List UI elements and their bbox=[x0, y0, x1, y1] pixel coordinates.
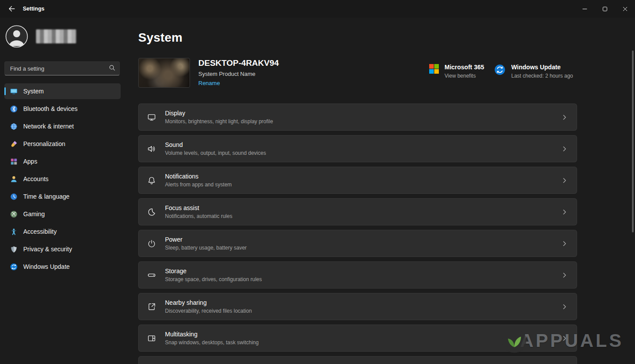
storage-icon bbox=[147, 271, 156, 280]
sidebar-item-label: Personalization bbox=[23, 140, 65, 147]
chevron-right-icon bbox=[561, 272, 568, 278]
card-title: Sound bbox=[165, 141, 266, 148]
user-name-redacted bbox=[36, 29, 76, 43]
bluetooth-icon bbox=[10, 105, 18, 113]
card-storage[interactable]: Storage Storage space, drives, configura… bbox=[138, 261, 577, 289]
back-button[interactable] bbox=[3, 1, 20, 16]
sidebar-item-label: Windows Update bbox=[23, 263, 70, 270]
close-button[interactable] bbox=[615, 0, 635, 18]
card-subtitle: Sleep, battery usage, battery saver bbox=[165, 245, 247, 251]
nearby-sharing-icon bbox=[147, 302, 156, 311]
window-title: Settings bbox=[23, 6, 44, 12]
card-subtitle: Volume levels, output, input, sound devi… bbox=[165, 150, 266, 156]
card-subtitle: Monitors, brightness, night light, displ… bbox=[165, 118, 273, 125]
search-icon bbox=[109, 64, 115, 71]
personalization-icon bbox=[10, 140, 18, 148]
main-content: System DESKTOP-4RAKV94 System Product Na… bbox=[124, 18, 635, 364]
card-notifications[interactable]: Notifications Alerts from apps and syste… bbox=[138, 167, 577, 194]
device-name: DESKTOP-4RAKV94 bbox=[198, 58, 279, 68]
sidebar-item-gaming[interactable]: Gaming bbox=[4, 206, 121, 222]
sidebar-item-label: Privacy & security bbox=[23, 246, 72, 253]
card-subtitle: Notifications, automatic rules bbox=[165, 213, 232, 219]
card-focus-assist[interactable]: Focus assist Notifications, automatic ru… bbox=[138, 198, 577, 225]
window-controls bbox=[574, 0, 635, 18]
gaming-icon bbox=[10, 210, 18, 218]
card-subtitle: Snap windows, desktops, task switching bbox=[165, 339, 258, 346]
windows-update-panel[interactable]: Windows Update Last checked: 2 hours ago bbox=[494, 64, 573, 79]
chevron-right-icon bbox=[561, 240, 568, 247]
card-title: Focus assist bbox=[165, 204, 232, 211]
search-input[interactable] bbox=[4, 61, 120, 75]
device-thumbnail bbox=[138, 58, 190, 88]
card-activation[interactable]: Activation bbox=[138, 356, 577, 364]
card-title: Power bbox=[165, 236, 247, 243]
card-title: Multitasking bbox=[165, 331, 258, 338]
sidebar-item-label: Network & internet bbox=[23, 123, 74, 130]
maximize-button[interactable] bbox=[595, 0, 615, 18]
sidebar-item-time-language[interactable]: Time & language bbox=[4, 189, 121, 204]
minimize-button[interactable] bbox=[574, 0, 595, 18]
sidebar-item-personalization[interactable]: Personalization bbox=[4, 136, 121, 152]
card-subtitle: Storage space, drives, configuration rul… bbox=[165, 276, 262, 282]
device-meta: DESKTOP-4RAKV94 System Product Name Rena… bbox=[198, 58, 279, 87]
rename-link[interactable]: Rename bbox=[198, 80, 220, 86]
sidebar-item-accessibility[interactable]: Accessibility bbox=[4, 224, 121, 239]
minimize-icon bbox=[582, 7, 587, 11]
sidebar-nav: System Bluetooth & devices Network & int… bbox=[4, 83, 121, 275]
focus-assist-icon bbox=[147, 207, 156, 217]
card-subtitle: Discoverability, received files location bbox=[165, 308, 252, 314]
sidebar-item-privacy-security[interactable]: Privacy & security bbox=[4, 241, 121, 257]
card-title: Nearby sharing bbox=[165, 299, 252, 306]
chevron-right-icon bbox=[561, 114, 568, 121]
sidebar-item-label: Apps bbox=[23, 158, 37, 165]
titlebar: Settings bbox=[0, 0, 635, 18]
user-profile bbox=[5, 25, 121, 48]
card-power[interactable]: Power Sleep, battery usage, battery save… bbox=[138, 230, 577, 257]
sidebar-item-network-internet[interactable]: Network & internet bbox=[4, 118, 121, 134]
settings-window: Settings bbox=[0, 0, 635, 364]
sidebar-item-label: Gaming bbox=[23, 211, 45, 218]
card-sound[interactable]: Sound Volume levels, output, input, soun… bbox=[138, 135, 577, 162]
sidebar-item-label: Time & language bbox=[23, 193, 69, 200]
card-display[interactable]: Display Monitors, brightness, night ligh… bbox=[138, 103, 577, 131]
sidebar-item-windows-update[interactable]: Windows Update bbox=[4, 259, 121, 275]
microsoft-logo-icon bbox=[429, 64, 439, 74]
chevron-right-icon bbox=[561, 146, 568, 152]
sound-icon bbox=[147, 144, 156, 153]
accounts-icon bbox=[10, 175, 18, 183]
card-multitasking[interactable]: Multitasking Snap windows, desktops, tas… bbox=[138, 325, 577, 352]
page-title: System bbox=[138, 31, 635, 45]
sidebar-item-label: Accounts bbox=[23, 175, 49, 182]
chevron-right-icon bbox=[561, 209, 568, 215]
sidebar-item-apps[interactable]: Apps bbox=[4, 153, 121, 169]
accessibility-icon bbox=[10, 228, 18, 236]
settings-card-list: Display Monitors, brightness, night ligh… bbox=[138, 103, 577, 364]
device-header: DESKTOP-4RAKV94 System Product Name Rena… bbox=[138, 58, 577, 88]
chevron-right-icon bbox=[561, 303, 568, 310]
apps-icon bbox=[10, 157, 18, 166]
privacy-icon bbox=[10, 245, 18, 253]
back-arrow-icon bbox=[8, 5, 15, 12]
sidebar-item-label: Accessibility bbox=[23, 228, 57, 235]
sidebar-item-bluetooth-devices[interactable]: Bluetooth & devices bbox=[4, 101, 121, 117]
time-language-icon bbox=[10, 193, 18, 201]
windows-update-icon bbox=[494, 64, 506, 75]
multitasking-icon bbox=[147, 334, 156, 343]
sidebar-item-accounts[interactable]: Accounts bbox=[4, 171, 121, 187]
card-nearby-sharing[interactable]: Nearby sharing Discoverability, received… bbox=[138, 293, 577, 320]
search-box bbox=[4, 61, 120, 75]
maximize-icon bbox=[603, 7, 607, 11]
device-product-name: System Product Name bbox=[198, 71, 279, 77]
card-title: Notifications bbox=[165, 173, 232, 180]
microsoft-365-panel[interactable]: Microsoft 365 View benefits bbox=[429, 64, 484, 79]
network-icon bbox=[10, 122, 18, 131]
scrollbar-thumb[interactable] bbox=[632, 50, 634, 232]
microsoft-365-title: Microsoft 365 bbox=[445, 64, 484, 71]
windows-update-status: Last checked: 2 hours ago bbox=[511, 73, 573, 79]
avatar bbox=[5, 25, 28, 48]
chevron-right-icon bbox=[561, 335, 568, 342]
sidebar-item-system[interactable]: System bbox=[4, 83, 121, 99]
close-icon bbox=[623, 7, 628, 11]
view-benefits-link[interactable]: View benefits bbox=[445, 73, 484, 79]
card-title: Storage bbox=[165, 268, 262, 275]
